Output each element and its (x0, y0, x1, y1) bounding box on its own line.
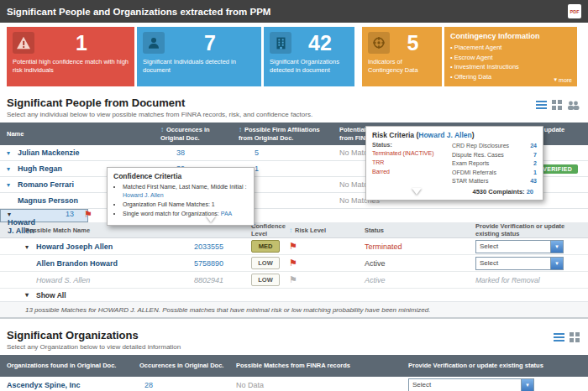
verification-select[interactable]: Select▼ (475, 257, 564, 270)
match-name[interactable]: Howard Joseph Allen (36, 242, 113, 251)
affiliations-value (50, 210, 60, 222)
list-view-icon[interactable] (554, 331, 564, 346)
show-all-link[interactable]: ▾ Show All (0, 289, 588, 302)
organizations-label: Significant Organizations detected in do… (270, 58, 349, 75)
org-verification-select[interactable]: Select▼ (408, 378, 534, 391)
chevron-down-icon[interactable]: ▾ (7, 149, 14, 157)
contingency-item: Investment Instructions (450, 62, 571, 72)
org-link[interactable]: PAA (221, 211, 233, 216)
match-name-cell: ▾Howard Joseph Allen (0, 242, 189, 251)
occ-link[interactable]: 38 (176, 149, 185, 157)
metric-value[interactable]: 7 (533, 151, 537, 160)
people-view-icon[interactable] (567, 98, 580, 113)
person-icon (143, 32, 165, 54)
chevron-down-icon: ▾ (25, 291, 33, 299)
risk-popup-body: Status: Terminated (INACTIVE) TRR Barred… (372, 142, 537, 186)
metric-value[interactable]: 43 (530, 177, 537, 186)
verification-select[interactable]: Select▼ (475, 240, 564, 253)
col-occurences-label: Occurences in Original Doc. (160, 126, 210, 142)
status-text: Active (360, 259, 470, 268)
chevron-down-icon[interactable]: ▾ (25, 243, 33, 251)
people-section-subtitle: Select any individual below to view poss… (0, 109, 588, 123)
crd-cell: 8802941 (189, 276, 246, 284)
person-name[interactable]: Hugh Regan (18, 164, 62, 173)
status-text: Terminated (360, 242, 470, 251)
confidence-bullet: Matched First Name, Last Name, Middle In… (123, 183, 248, 200)
chevron-down-icon[interactable]: ▾ (7, 165, 14, 173)
people-view-toggles (536, 98, 580, 113)
person-name[interactable]: Magnus Persson (18, 196, 78, 205)
crd-link[interactable]: 8802941 (194, 276, 223, 284)
risk-metric: Exam Reports2 (452, 159, 537, 169)
risk-flag-icon[interactable]: ⚑ (289, 258, 297, 268)
card-indicators-top: 5 (368, 32, 436, 54)
orgs-section-title: Significant Organizations (7, 329, 581, 341)
org-occ-link[interactable]: 28 (144, 381, 153, 389)
pdf-export-icon[interactable]: PDF (568, 4, 581, 18)
match-name[interactable]: Allen Brandon Howard (36, 259, 118, 268)
risk-flag-icon[interactable]: ⚑ (84, 209, 92, 219)
match-row-minimized[interactable]: Howard S. Allen 8802941 LOW ⚑ Active Mar… (0, 272, 588, 289)
match-row[interactable]: ▾Howard Joseph Allen 2033555 MED ⚑ Termi… (0, 238, 588, 255)
show-all-label: Show All (36, 291, 66, 300)
card-high-risk-top: 1 (13, 32, 129, 54)
potential-matches-value: 13 (60, 210, 79, 222)
crd-link[interactable]: 2033555 (194, 242, 223, 251)
match-name[interactable]: Howard S. Allen (36, 276, 90, 284)
confidence-badge: LOW (251, 257, 280, 269)
org-name[interactable]: Ascendyx Spine, Inc (0, 381, 134, 389)
table-row-selected[interactable]: ▾Howard J. Allen 13 ⚑ (0, 209, 88, 222)
list-view-icon[interactable] (536, 98, 547, 113)
metric-value[interactable]: 2 (533, 159, 537, 169)
affil-link[interactable]: 5 (255, 149, 259, 157)
indicators-count: 5 (390, 32, 436, 54)
grid-view-icon[interactable] (570, 331, 580, 346)
risk-metric: CRD Rep Disclosures24 (452, 142, 537, 151)
person-name-link[interactable]: Howard J. Allen (418, 131, 471, 139)
confidence-popup-title: Confidence Critertia (113, 172, 248, 180)
metric-value[interactable]: 1 (533, 169, 537, 178)
risk-cell: ⚑ (284, 242, 360, 251)
action-cell: Select▼ (470, 240, 588, 253)
col-affiliations[interactable]: ↕Possible Firm Affiliations from Origina… (234, 126, 334, 142)
risk-metric: STAR Matters43 (452, 177, 537, 186)
organizations-count: 42 (291, 32, 349, 54)
status-label: Status: (372, 142, 452, 148)
card-contingency-information[interactable]: Contingency Information Placement Agent … (444, 27, 577, 86)
risk-metrics-column: CRD Rep Disclosures24 Dispute Res. Cases… (452, 142, 537, 186)
person-name[interactable]: Julian Mackenzie (18, 149, 80, 157)
org-table-row[interactable]: Ascendyx Spine, Inc 28 No Data Select▼ (0, 377, 588, 391)
card-contingency-indicators[interactable]: 5 Indicators of Contingency Data (362, 27, 442, 86)
crd-link[interactable]: 5758890 (194, 259, 223, 268)
confidence-popup-list: Matched First Name, Last Name, Middle In… (113, 183, 248, 219)
chevron-down-icon[interactable]: ▾ (7, 181, 14, 189)
person-name[interactable]: Romano Ferrari (18, 180, 74, 189)
contingency-list: Placement Agent Escrow Agent Investment … (450, 43, 571, 82)
card-high-risk-match[interactable]: 1 Potential high confidence match with h… (7, 27, 134, 86)
contingency-more-link[interactable]: ▾ more (554, 76, 572, 83)
subcol-risk[interactable]: ↕Risk Level (284, 227, 360, 234)
card-significant-individuals[interactable]: 7 Significant Individuals detected in do… (137, 27, 261, 86)
card-organizations-top: 42 (270, 32, 349, 54)
metric-value[interactable]: 24 (530, 142, 537, 151)
match-row[interactable]: Allen Brandon Howard 5758890 LOW ⚑ Activ… (0, 255, 588, 272)
orgs-view-toggles (554, 331, 580, 346)
complaints-value[interactable]: 20 (527, 188, 533, 196)
confidence-cell: MED (246, 240, 284, 253)
potential-link[interactable]: 13 (66, 210, 74, 218)
risk-cell: ⚑ (284, 258, 360, 268)
card-significant-organizations[interactable]: 42 Significant Organizations detected in… (264, 27, 354, 86)
affil-link[interactable]: 1 (255, 164, 259, 173)
col-occurences[interactable]: ↕Occurences in Original Doc. (155, 126, 234, 142)
chevron-down-icon: ▼ (521, 379, 533, 391)
status-value: Terminated (INACTIVE) (372, 149, 452, 159)
person-name-link[interactable]: Howard J. Allen (123, 192, 164, 198)
risk-flag-icon[interactable]: ⚑ (289, 241, 297, 251)
summary-cards: 1 Potential high confidence match with h… (0, 23, 588, 90)
chevron-down-icon[interactable]: ▾ (8, 211, 15, 218)
grid-view-icon[interactable] (552, 98, 562, 113)
building-icon (270, 32, 291, 54)
risk-title-prefix: Risk Criteria ( (372, 131, 418, 139)
chevron-down-icon: ▼ (550, 241, 563, 253)
col-org-action: Provide Verification or update existing … (403, 362, 588, 369)
